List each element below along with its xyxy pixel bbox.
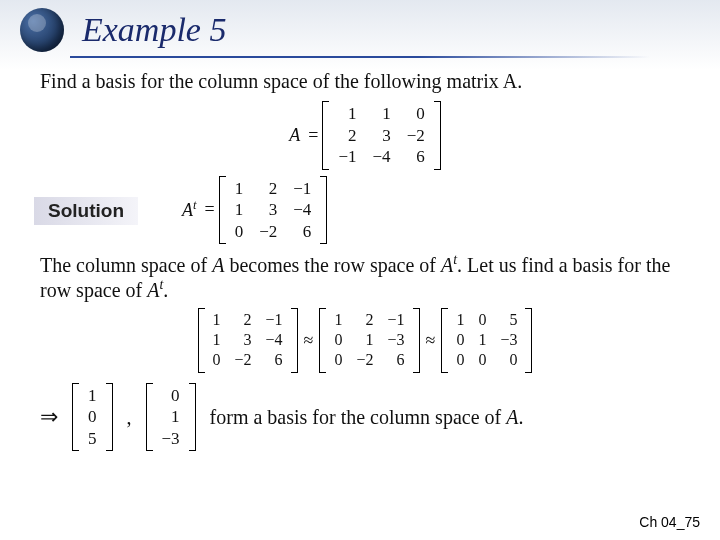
- rr-matrix-1: 12−113−40−26: [198, 308, 298, 373]
- matrix-At: 12−113−40−26: [219, 176, 328, 245]
- solution-label: Solution: [34, 197, 138, 225]
- matrix-A-block: A = 11023−2−1−46: [40, 101, 690, 170]
- equals-sign: =: [308, 125, 318, 146]
- globe-icon: [20, 8, 64, 52]
- problem-prompt: Find a basis for the column space of the…: [40, 70, 690, 93]
- explain-text: The column space of A becomes the row sp…: [40, 252, 690, 301]
- matrix-At-label: At: [182, 198, 197, 221]
- basis-v1: 105: [72, 383, 113, 452]
- slide-body: Find a basis for the column space of the…: [0, 52, 720, 451]
- comma: ,: [127, 406, 132, 429]
- slide-title: Example 5: [82, 11, 226, 49]
- equals-sign-2: =: [204, 199, 214, 220]
- solution-row: Solution At = 12−113−40−26: [40, 176, 690, 245]
- conclusion-text: form a basis for the column space of A.: [210, 406, 524, 429]
- therefore-icon: ⇒: [40, 404, 58, 430]
- slide-footer: Ch 04_75: [639, 514, 700, 530]
- row-reduction: 12−113−40−26 ≈ 12−101−30−26 ≈ 10501−3000: [40, 308, 690, 373]
- matrix-A: 11023−2−1−46: [322, 101, 440, 170]
- slide-header: Example 5: [0, 0, 720, 52]
- rr-matrix-3: 10501−3000: [441, 308, 532, 373]
- conclusion-row: ⇒ 105 , 01−3 form a basis for the column…: [40, 383, 690, 452]
- rr-matrix-2: 12−101−30−26: [319, 308, 419, 373]
- matrix-A-label: A: [289, 125, 300, 146]
- approx-1: ≈: [304, 330, 314, 351]
- basis-v2: 01−3: [146, 383, 196, 452]
- approx-2: ≈: [426, 330, 436, 351]
